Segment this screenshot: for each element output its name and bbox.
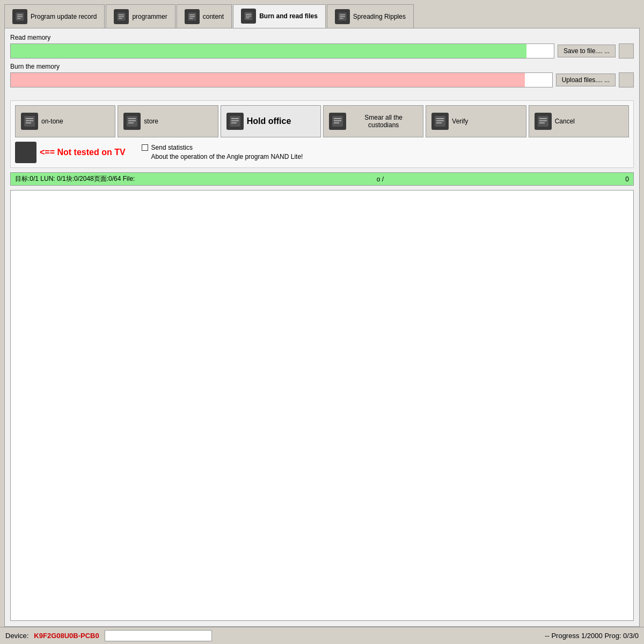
save-small-button[interactable] bbox=[619, 43, 634, 58]
on-tone-button[interactable]: on-tone bbox=[15, 105, 115, 137]
upload-files-button[interactable]: Upload files.... ... bbox=[556, 74, 616, 86]
not-tested-section: <== Not tested on TV bbox=[15, 142, 126, 163]
status-bar: 目标:0/1 LUN: 0/1块:0/2048页面:0/64 File: o /… bbox=[10, 172, 634, 186]
read-memory-label: Read memory bbox=[10, 34, 634, 41]
burn-memory-progress-fill bbox=[11, 73, 525, 87]
store-icon bbox=[123, 113, 141, 130]
read-memory-row: Save to file.... ... bbox=[10, 43, 634, 58]
svg-rect-41 bbox=[539, 118, 547, 119]
burn-memory-section: Burn the memory Upload files.... ... bbox=[10, 63, 634, 87]
svg-rect-15 bbox=[246, 18, 250, 19]
svg-rect-38 bbox=[436, 120, 444, 121]
svg-rect-23 bbox=[26, 122, 31, 123]
cancel-button[interactable]: Cancel bbox=[529, 105, 629, 137]
verify-icon bbox=[431, 113, 449, 130]
tab-burn-read[interactable]: Burn and read files bbox=[233, 4, 326, 28]
on-tone-icon bbox=[21, 113, 38, 130]
read-memory-progress-container bbox=[10, 43, 554, 58]
burn-memory-label: Burn the memory bbox=[10, 63, 634, 70]
svg-rect-42 bbox=[539, 120, 547, 121]
svg-rect-5 bbox=[119, 14, 124, 15]
tab-programmer-icon bbox=[114, 9, 129, 24]
svg-rect-21 bbox=[26, 118, 33, 119]
send-stats-section: Send statistics About the operation of t… bbox=[142, 143, 303, 162]
svg-rect-37 bbox=[436, 118, 444, 119]
cancel-icon bbox=[535, 113, 552, 130]
upload-small-button[interactable] bbox=[619, 72, 634, 87]
small-device-icon bbox=[15, 142, 36, 163]
svg-rect-7 bbox=[119, 18, 122, 19]
main-container: Program update record programmer content… bbox=[0, 0, 644, 644]
send-stats-checkbox[interactable] bbox=[142, 144, 148, 151]
svg-rect-19 bbox=[340, 18, 343, 19]
smear-label: Smear all the custodians bbox=[349, 114, 418, 129]
verify-button[interactable]: Verify bbox=[426, 105, 526, 137]
read-memory-section: Read memory Save to file.... ... bbox=[10, 34, 634, 58]
svg-rect-14 bbox=[246, 16, 251, 17]
store-button[interactable]: store bbox=[118, 105, 218, 137]
read-memory-progress-fill bbox=[11, 44, 526, 58]
svg-rect-2 bbox=[17, 16, 23, 17]
tab-bar: Program update record programmer content… bbox=[0, 0, 644, 28]
tab-content-icon bbox=[185, 9, 200, 24]
svg-rect-6 bbox=[119, 16, 124, 17]
burn-memory-progress-container bbox=[10, 72, 553, 87]
stats-description: About the operation of the Angle program… bbox=[151, 152, 303, 162]
stats-label: Send statistics bbox=[151, 143, 303, 152]
svg-rect-29 bbox=[231, 118, 239, 119]
svg-rect-43 bbox=[539, 122, 545, 123]
cancel-label: Cancel bbox=[555, 118, 575, 125]
svg-rect-26 bbox=[128, 120, 136, 121]
tab-spreading[interactable]: Spreading Ripples bbox=[327, 4, 414, 28]
svg-rect-33 bbox=[334, 118, 341, 119]
stats-text: Send statistics About the operation of t… bbox=[151, 143, 303, 162]
svg-rect-3 bbox=[17, 18, 21, 19]
on-tone-label: on-tone bbox=[41, 118, 63, 125]
save-to-file-button[interactable]: Save to file.... ... bbox=[558, 45, 616, 57]
hold-office-icon bbox=[226, 113, 244, 130]
store-label: store bbox=[144, 118, 158, 125]
hold-office-button[interactable]: Hold office bbox=[221, 105, 321, 137]
svg-rect-31 bbox=[231, 122, 237, 123]
svg-rect-30 bbox=[231, 120, 239, 121]
svg-rect-11 bbox=[189, 18, 193, 19]
tab-programmer[interactable]: programmer bbox=[106, 4, 175, 28]
device-label: Device: bbox=[5, 632, 28, 640]
action-panel: on-tone store Hold office bbox=[10, 100, 634, 168]
status-right: 0 bbox=[625, 175, 629, 183]
tab-content[interactable]: content bbox=[177, 4, 232, 28]
burn-memory-row: Upload files.... ... bbox=[10, 72, 634, 87]
svg-rect-17 bbox=[340, 14, 345, 15]
tab-spreading-label: Spreading Ripples bbox=[353, 13, 406, 20]
tab-program-update-label: Program update record bbox=[31, 13, 97, 20]
svg-rect-27 bbox=[128, 122, 134, 123]
tab-spreading-icon bbox=[335, 9, 350, 24]
tab-program-update[interactable]: Program update record bbox=[4, 4, 105, 28]
tab-burn-read-icon bbox=[241, 9, 256, 24]
svg-rect-9 bbox=[189, 14, 195, 15]
divider bbox=[10, 92, 634, 96]
svg-rect-13 bbox=[246, 14, 251, 15]
device-input[interactable] bbox=[105, 630, 212, 641]
bottom-status-bar: Device: K9F2G08U0B-PCB0 -- Progress 1/20… bbox=[0, 627, 644, 644]
svg-rect-18 bbox=[340, 16, 345, 17]
content-area: Read memory Save to file.... ... Burn th… bbox=[4, 28, 640, 627]
device-value: K9F2G08U0B-PCB0 bbox=[34, 632, 99, 640]
action-bottom-row: <== Not tested on TV Send statistics Abo… bbox=[15, 142, 629, 163]
svg-rect-35 bbox=[334, 122, 339, 123]
not-tested-text: <== Not tested on TV bbox=[40, 148, 126, 157]
hold-office-label: Hold office bbox=[247, 116, 291, 126]
progress-info: -- Progress 1/2000 Prog: 0/3/0 bbox=[545, 632, 639, 640]
svg-rect-25 bbox=[128, 118, 136, 119]
tab-program-update-icon bbox=[12, 9, 27, 24]
log-area bbox=[10, 190, 634, 621]
smear-button[interactable]: Smear all the custodians bbox=[323, 105, 423, 137]
verify-label: Verify bbox=[452, 118, 468, 125]
action-buttons-row: on-tone store Hold office bbox=[15, 105, 629, 137]
tab-content-label: content bbox=[203, 13, 224, 20]
svg-rect-22 bbox=[26, 120, 33, 121]
status-mid: o / bbox=[377, 175, 384, 183]
status-left: 目标:0/1 LUN: 0/1块:0/2048页面:0/64 File: bbox=[15, 174, 135, 184]
tab-programmer-label: programmer bbox=[132, 13, 167, 20]
svg-rect-1 bbox=[17, 14, 23, 15]
